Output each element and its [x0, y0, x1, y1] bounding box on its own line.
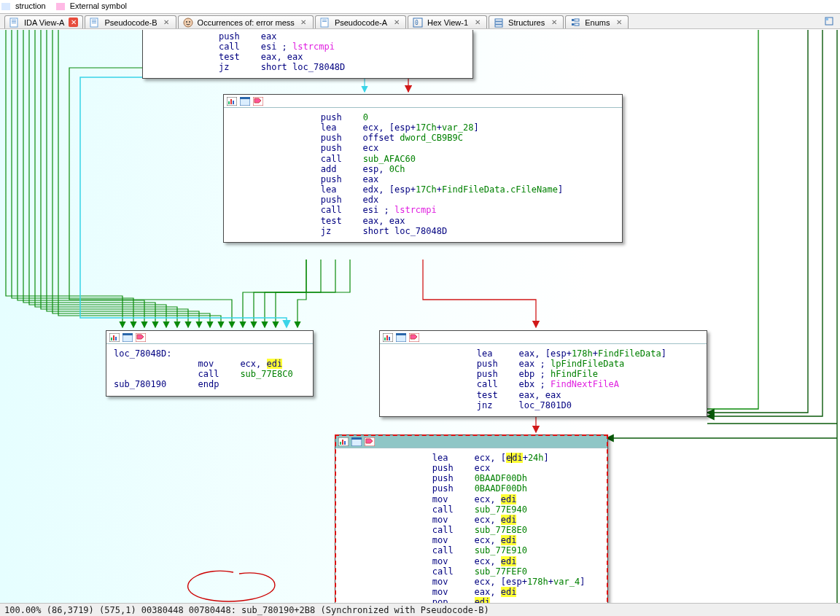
node-header	[106, 331, 313, 344]
close-icon[interactable]: ✕	[69, 17, 78, 27]
tag-icon	[365, 437, 375, 446]
node-header	[335, 435, 607, 448]
svg-rect-34	[113, 335, 114, 340]
tag-icon	[409, 333, 419, 342]
node-header	[380, 331, 707, 344]
doc-icon	[9, 17, 20, 28]
svg-rect-5	[92, 20, 96, 20]
tab-label: Hex View-1	[427, 18, 468, 27]
graph-node[interactable]: lea eax, [esp+178h+FindFileData] push ea…	[379, 330, 707, 417]
window-icon	[240, 97, 250, 106]
svg-rect-33	[111, 338, 112, 340]
svg-rect-13	[322, 21, 327, 22]
tab-label: IDA View-A	[24, 18, 64, 27]
svg-rect-30	[240, 97, 250, 99]
svg-rect-44	[396, 333, 406, 335]
code-block: lea eax, [esp+178h+FindFileData] push ea…	[380, 344, 707, 416]
doc-icon	[90, 17, 100, 28]
svg-rect-7	[92, 23, 96, 23]
graph-node[interactable]: push 0 lea ecx, [esp+17Ch+var_28] push o…	[223, 94, 623, 243]
tab-occurrences[interactable]: Occurrences of: error mess ✕	[178, 15, 314, 28]
svg-rect-41	[386, 335, 388, 340]
svg-rect-42	[389, 337, 390, 340]
window-icon	[396, 333, 406, 342]
svg-text:0: 0	[415, 20, 419, 26]
chart-icon	[338, 437, 349, 446]
close-icon[interactable]: ✕	[162, 17, 171, 27]
chart-icon	[109, 333, 120, 342]
svg-rect-2	[12, 21, 16, 22]
svg-rect-27	[230, 99, 232, 104]
legend-label: struction	[15, 1, 46, 10]
new-tab-button[interactable]	[824, 14, 834, 28]
tab-enums[interactable]: Enums ✕	[565, 15, 629, 28]
graph-node[interactable]: push eax call esi ; lstrcmpi test eax, e…	[142, 30, 473, 79]
svg-rect-16	[495, 19, 502, 21]
svg-rect-20	[575, 19, 579, 21]
legend-item-external-symbol: External symbol	[56, 1, 127, 10]
code-block: lea ecx, [edi+24h] push ecx push 0BAADF0…	[335, 448, 607, 603]
legend-item-instruction: struction	[1, 1, 46, 10]
tab-label: Occurrences of: error mess	[198, 18, 295, 27]
tab-label: Pseudocode-B	[104, 18, 157, 27]
svg-rect-51	[351, 437, 362, 440]
svg-rect-28	[233, 101, 234, 104]
graph-node[interactable]: loc_78048D: mov ecx, edi call sub_77E8C0…	[106, 330, 314, 397]
svg-rect-40	[384, 338, 386, 340]
svg-rect-35	[115, 337, 117, 340]
chart-icon	[383, 333, 393, 342]
tab-hex-view[interactable]: 0 Hex View-1 ✕	[408, 15, 487, 28]
svg-rect-24	[826, 18, 828, 20]
svg-rect-3	[12, 23, 16, 23]
tab-pseudocode-b[interactable]: Pseudocode-B ✕	[85, 15, 176, 28]
struct-icon	[494, 17, 504, 28]
svg-rect-19	[572, 19, 574, 21]
svg-rect-48	[342, 440, 343, 445]
node-header	[224, 95, 622, 108]
svg-rect-11	[321, 18, 328, 27]
svg-rect-17	[495, 22, 502, 24]
close-icon[interactable]: ✕	[549, 17, 559, 27]
svg-rect-6	[92, 21, 96, 22]
hex-icon: 0	[413, 17, 423, 28]
svg-rect-21	[572, 23, 574, 26]
doc-icon	[320, 17, 330, 28]
svg-rect-37	[122, 333, 133, 335]
svg-rect-12	[322, 20, 327, 20]
svg-rect-1	[12, 20, 16, 20]
close-icon[interactable]: ✕	[299, 17, 308, 27]
swatch-icon	[1, 3, 10, 10]
svg-rect-49	[344, 441, 346, 445]
status-bar: 100.00% (86,3719) (575,1) 00380448 00780…	[0, 603, 840, 616]
tab-bar: IDA View-A ✕ Pseudocode-B ✕ Occurrences …	[0, 13, 840, 29]
status-text: 100.00% (86,3719) (575,1) 00380448 00780…	[4, 605, 489, 615]
svg-rect-26	[228, 101, 230, 104]
tab-label: Pseudocode-A	[335, 18, 387, 27]
tab-pseudocode-a[interactable]: Pseudocode-A ✕	[315, 15, 406, 28]
code-block: push eax call esi ; lstrcmpi test eax, e…	[143, 30, 472, 79]
tab-structures[interactable]: Structures ✕	[489, 15, 564, 28]
close-icon[interactable]: ✕	[472, 17, 482, 27]
legend-label: External symbol	[70, 1, 127, 10]
svg-point-9	[186, 21, 187, 23]
close-icon[interactable]: ✕	[392, 17, 401, 27]
svg-rect-18	[495, 25, 502, 27]
enum-icon	[570, 17, 580, 28]
tab-label: Enums	[585, 18, 610, 27]
face-icon	[183, 17, 193, 28]
swatch-icon	[56, 3, 65, 10]
tag-icon	[136, 333, 146, 342]
code-block: push 0 lea ecx, [esp+17Ch+var_28] push o…	[224, 108, 622, 242]
legend-bar: struction External symbol	[1, 1, 127, 10]
close-icon[interactable]: ✕	[614, 17, 623, 27]
svg-point-10	[189, 21, 190, 23]
tag-icon	[253, 97, 263, 106]
tab-ida-view-a[interactable]: IDA View-A ✕	[4, 15, 83, 28]
window-icon	[122, 333, 133, 342]
code-block: loc_78048D: mov ecx, edi call sub_77E8C0…	[106, 344, 313, 396]
graph-canvas[interactable]: push eax call esi ; lstrcmpi test eax, e…	[0, 30, 840, 603]
svg-point-8	[184, 18, 192, 27]
graph-node-active[interactable]: lea ecx, [edi+24h] push ecx push 0BAADF0…	[335, 434, 608, 603]
window-icon	[351, 437, 362, 446]
chart-icon	[227, 97, 237, 106]
